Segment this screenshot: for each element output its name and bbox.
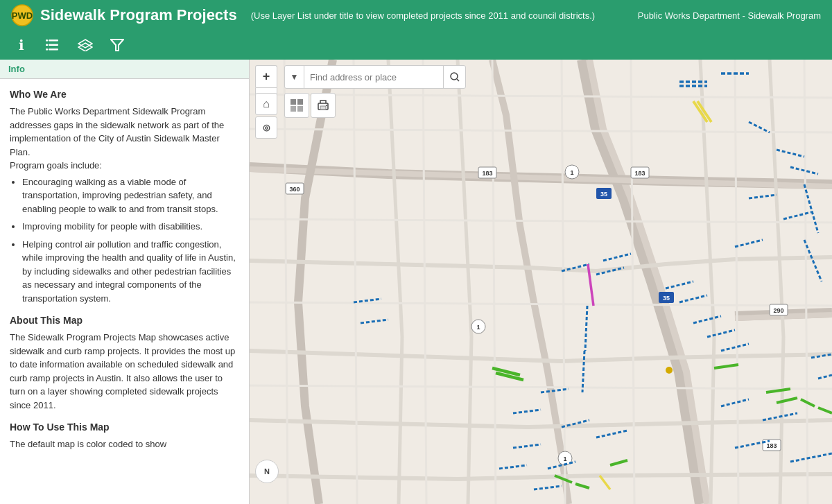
svg-text:360: 360 <box>289 186 300 193</box>
svg-text:1: 1 <box>570 169 573 176</box>
svg-rect-4 <box>49 49 58 51</box>
map-extra-controls: ⌂ ◎ <box>255 93 277 139</box>
list-button[interactable] <box>43 35 64 55</box>
layers-button[interactable] <box>75 35 96 55</box>
info-button[interactable]: ℹ <box>11 35 32 55</box>
svg-point-85 <box>451 73 458 80</box>
goal-1: Encouraging walking as a viable mode of … <box>22 175 239 216</box>
map-container[interactable]: 35 35 183 183 183 290 360 1 1 1 <box>250 60 832 504</box>
section-heading-about: About This Map <box>10 313 239 328</box>
svg-text:183: 183 <box>634 170 645 177</box>
svg-text:1: 1 <box>476 324 480 331</box>
svg-text:183: 183 <box>766 442 777 449</box>
svg-line-86 <box>457 79 459 81</box>
search-dropdown-button[interactable]: ▼ <box>285 66 304 88</box>
svg-marker-9 <box>78 43 92 51</box>
svg-marker-8 <box>78 40 92 48</box>
how-to-use-text: The default map is color coded to show <box>10 437 239 451</box>
sidebar-content: Who We Are The Public Works Department S… <box>0 79 249 460</box>
svg-text:290: 290 <box>773 307 783 314</box>
svg-rect-87 <box>291 99 296 105</box>
svg-text:35: 35 <box>663 295 670 302</box>
svg-text:1: 1 <box>563 455 566 462</box>
svg-marker-10 <box>111 40 123 51</box>
zoom-in-button[interactable]: + <box>255 65 277 87</box>
basemap-toggle-button[interactable] <box>284 93 309 118</box>
svg-rect-12 <box>250 60 832 504</box>
about-map-text: The Sidewalk Program Projects Map showca… <box>10 331 239 412</box>
who-we-are-text: The Public Works Department Sidewalk Pro… <box>10 105 239 173</box>
page-title: Sidewalk Program Projects <box>40 6 237 24</box>
svg-rect-6 <box>46 44 48 46</box>
home-button[interactable]: ⌂ <box>255 93 277 115</box>
compass: N <box>255 460 279 483</box>
search-bar: ▼ <box>284 65 466 89</box>
svg-text:PWD: PWD <box>12 10 33 21</box>
goal-2: Improving mobility for people with disab… <box>22 220 239 234</box>
svg-rect-2 <box>49 40 58 42</box>
section-heading-how: How To Use This Map <box>10 420 239 435</box>
map-background: 35 35 183 183 183 290 360 1 1 1 <box>250 60 832 504</box>
svg-rect-88 <box>297 99 303 105</box>
view-toggle-controls <box>284 93 336 118</box>
search-input[interactable] <box>304 66 443 88</box>
app-logo: PWD <box>11 4 33 26</box>
svg-point-93 <box>326 105 327 106</box>
svg-text:183: 183 <box>482 170 492 177</box>
search-submit-button[interactable] <box>443 66 465 88</box>
svg-rect-89 <box>291 106 296 112</box>
sidebar-tab[interactable]: Info <box>0 60 249 79</box>
filter-button[interactable] <box>107 35 128 55</box>
svg-rect-5 <box>46 40 48 42</box>
svg-rect-3 <box>49 44 58 46</box>
section-heading-who: Who We Are <box>10 87 239 102</box>
goal-3: Helping control air pollution and traffi… <box>22 238 239 306</box>
header-org: Public Works Department - Sidewalk Progr… <box>638 10 821 21</box>
svg-text:35: 35 <box>600 191 607 198</box>
main-area: Info Who We Are The Public Works Departm… <box>0 60 832 504</box>
print-button[interactable] <box>311 93 336 118</box>
sidebar: Info Who We Are The Public Works Departm… <box>0 60 250 504</box>
svg-rect-92 <box>320 106 326 110</box>
svg-rect-90 <box>297 106 303 112</box>
svg-rect-7 <box>46 49 48 51</box>
header-subtitle: (Use Layer List under title to view comp… <box>251 10 638 21</box>
my-location-button[interactable]: ◎ <box>255 116 277 139</box>
svg-point-57 <box>666 367 673 374</box>
app-header: PWD Sidewalk Program Projects (Use Layer… <box>0 0 832 31</box>
goals-list: Encouraging walking as a viable mode of … <box>22 175 239 306</box>
toolbar: ℹ <box>0 31 832 60</box>
